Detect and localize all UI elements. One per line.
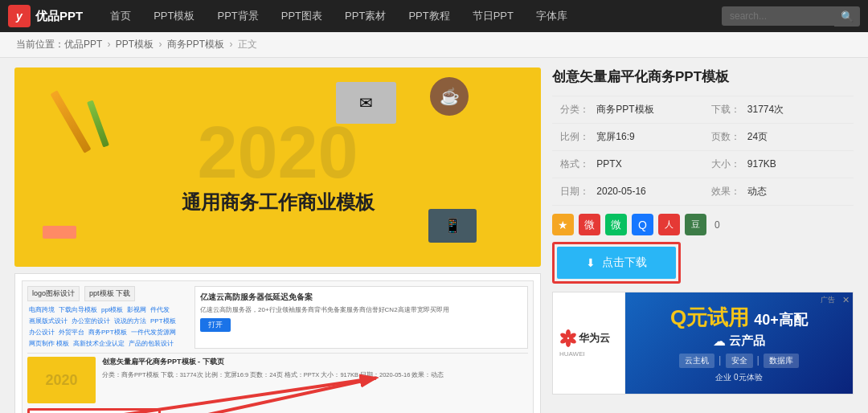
nav-holiday-ppt[interactable]: 节日PPT — [461, 0, 525, 32]
effect-label: 效果： — [711, 186, 740, 197]
inner-link-9[interactable]: 办公设计 — [27, 327, 56, 337]
preview-year: 2020 — [197, 112, 358, 194]
nav-ppt-chart[interactable]: PPT图表 — [270, 0, 334, 32]
format-value: PPTX — [596, 158, 621, 170]
info-row-2: 比例： 宽屏16:9 页数： 24页 — [552, 124, 854, 151]
nav-ppt-material[interactable]: PPT素材 — [334, 0, 397, 32]
inner-screenshot: logo图标设计 ppt模板 下载 电商跨境 下载向导模板 ppt模板 影视网 … — [22, 280, 534, 413]
inner-ad-banner: 亿速云高防服务器低延迟免备案 亿速云高防服务器，20+行业领袖服务商背书免备案服… — [194, 286, 528, 349]
inner-link-10[interactable]: 外贸平台 — [57, 327, 86, 337]
inner-link-2[interactable]: ppt模板 — [100, 305, 125, 315]
search-button[interactable]: 🔍 — [834, 6, 860, 27]
preview-image: ✉ ☕ 📱 2020 通用商务工作商业模板 — [14, 67, 541, 267]
pencil2-decor — [87, 100, 109, 147]
ad-sub-text: 企业 0元体验 — [715, 372, 762, 383]
ad-tag-2: 数据库 — [764, 354, 799, 368]
wechat-icon[interactable]: 微 — [605, 214, 627, 235]
huawei-icon — [559, 329, 577, 347]
ad-close-icon[interactable]: ✕ — [842, 295, 850, 305]
download-label: 下载： — [711, 104, 740, 115]
info-row-1: 分类： 商务PPT模板 下载： 31774次 — [552, 96, 854, 124]
nav-bar: y 优品PPT 首页 PPT模板 PPT背景 PPT图表 PPT素材 PPT教程… — [0, 0, 868, 32]
star-icon[interactable]: ★ — [552, 214, 574, 235]
main-content: ✉ ☕ 📱 2020 通用商务工作商业模板 logo图标设计 — [0, 58, 868, 413]
ad-right-big: 40+高配 — [754, 310, 808, 329]
download-value: 31774次 — [747, 104, 784, 115]
category-value: 商务PPT模板 — [596, 104, 653, 115]
download-btn-container: ⬇ 点击下载 — [552, 242, 854, 284]
coffee-decor: ☕ — [430, 77, 469, 116]
info-grid: 分类： 商务PPT模板 下载： 31774次 比例： 宽屏16:9 页数： 24… — [552, 96, 854, 206]
inner-link-1[interactable]: 下载向导模板 — [57, 305, 99, 315]
screenshot-area: logo图标设计 ppt模板 下载 电商跨境 下载向导模板 ppt模板 影视网 … — [14, 273, 541, 413]
inner-link-4[interactable]: 件代发 — [149, 305, 171, 315]
date-label: 日期： — [560, 186, 589, 197]
inner-link-13[interactable]: 网页制作 模板 — [27, 338, 71, 349]
ad-logo-en: HUAWEI — [559, 350, 585, 358]
nav-items: 首页 PPT模板 PPT背景 PPT图表 PPT素材 PPT教程 节日PPT 字… — [99, 0, 579, 32]
search-bar: 🔍 — [722, 6, 860, 27]
inner-link-6[interactable]: 办公室的设计 — [70, 316, 112, 326]
ad-label: 广告 — [821, 295, 835, 305]
social-count: 0 — [714, 219, 720, 231]
inner-ad-body: 亿速云高防服务器，20+行业领袖服务商背书免备案服务商信誉好CN2高速带宽即买即… — [200, 305, 522, 314]
inner-link-0[interactable]: 电商跨境 — [27, 305, 56, 315]
ad-tag-0: 云主机 — [679, 354, 714, 368]
inner-link-5[interactable]: 画展版式设计 — [27, 316, 69, 326]
category-label: 分类： — [560, 104, 589, 115]
right-column: 创意矢量扁平化商务PPT模板 分类： 商务PPT模板 下载： 31774次 比例… — [552, 67, 854, 413]
logo[interactable]: y 优品PPT — [8, 5, 83, 27]
inner-link-3[interactable]: 影视网 — [125, 305, 148, 315]
inner-link-14[interactable]: 高新技术企业认定 — [72, 338, 126, 349]
nav-ppt-template[interactable]: PPT模板 — [142, 0, 206, 32]
download-btn-icon: ⬇ — [586, 256, 596, 269]
nav-font-library[interactable]: 字体库 — [525, 0, 579, 32]
preview-title: 通用商务工作商业模板 — [182, 190, 375, 215]
renren-icon[interactable]: 人 — [658, 214, 680, 235]
download-btn-red-box: ⬇ 点击下载 — [552, 242, 681, 284]
nav-ppt-tutorial[interactable]: PPT教程 — [397, 0, 461, 32]
size-value: 917KB — [747, 158, 776, 170]
inner-link-15[interactable]: 产品的包装设计 — [127, 338, 175, 349]
ad-promo-text: Q元试用 — [670, 304, 749, 332]
inner-ad-btn[interactable]: 打开 — [200, 318, 231, 332]
breadcrumb: 当前位置：优品PPT › PPT模板 › 商务PPT模板 › 正文 — [0, 32, 868, 58]
info-row-4: 日期： 2020-05-16 效果： 动态 — [552, 178, 854, 206]
size-label: 大小： — [711, 158, 740, 170]
breadcrumb-home[interactable]: 当前位置：优品PPT — [16, 39, 102, 50]
effect-value: 动态 — [747, 186, 767, 197]
download-button[interactable]: ⬇ 点击下载 — [557, 247, 676, 279]
weibo-icon[interactable]: 微 — [579, 214, 600, 235]
breadcrumb-sep1: › — [107, 39, 110, 50]
inner-ppt-label: ppt模板 下载 — [84, 286, 135, 301]
download-buttons-red-box: 下载地址1 下载地址2 — [27, 408, 161, 413]
breadcrumb-sep2: › — [159, 39, 162, 50]
ad-right-title: 云产品 — [729, 333, 765, 349]
inner-thumb: 2020 — [27, 357, 96, 403]
inner-link-7[interactable]: 说说的方法 — [113, 316, 148, 326]
format-label: 格式： — [560, 158, 589, 170]
inner-link-12[interactable]: 一件代发货源网 — [129, 327, 178, 337]
inner-link-11[interactable]: 商务PPT模板 — [87, 327, 129, 337]
date-value: 2020-05-16 — [596, 186, 645, 197]
eraser-decor — [43, 226, 76, 239]
inner-thumb-year: 2020 — [45, 372, 77, 389]
qq-icon[interactable]: Q — [632, 214, 653, 235]
inner-link-8[interactable]: PPT模板 — [149, 316, 178, 326]
inner-logo-label: logo图标设计 — [27, 286, 80, 301]
ad-right-section: Q元试用 40+高配 ☁ 云产品 云主机 | 安全 | 数据库 企业 0元体验 — [625, 292, 853, 394]
inner-info-meta: 分类：商务PPT模板 下载：31774次 比例：宽屏16:9 页数：24页 格式… — [102, 370, 528, 381]
tablet-decor: 📱 — [428, 209, 477, 243]
nav-home[interactable]: 首页 — [99, 0, 142, 32]
breadcrumb-business[interactable]: 商务PPT模板 — [167, 39, 224, 50]
breadcrumb-ppt[interactable]: PPT模板 — [116, 39, 154, 50]
douban-icon[interactable]: 豆 — [685, 214, 706, 235]
breadcrumb-sep3: › — [230, 39, 233, 50]
search-input[interactable] — [722, 6, 834, 26]
ad-tag-sep2: | — [757, 354, 760, 368]
product-title: 创意矢量扁平化商务PPT模板 — [552, 67, 854, 86]
nav-ppt-bg[interactable]: PPT背景 — [206, 0, 269, 32]
left-column: ✉ ☕ 📱 2020 通用商务工作商业模板 logo图标设计 — [14, 67, 541, 413]
pencil-decor — [50, 90, 91, 153]
logo-text: 优品PPT — [35, 9, 83, 24]
